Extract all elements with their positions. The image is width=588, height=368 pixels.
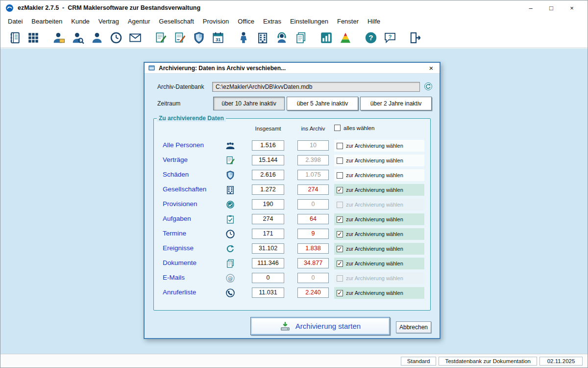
exit-icon [409,31,422,44]
toolbar-group [51,30,143,46]
ins-archiv-value: 64 [297,214,329,224]
toolbar-journal-button[interactable] [6,30,22,46]
zu-archivierende-daten-group: Zu archivierende Daten Insgesamt ins Arc… [153,118,431,311]
window-controls: – □ × [527,4,583,12]
zur-archivierung-checkbox[interactable]: ✓zur Archivierung wählen [334,213,424,225]
checkbox-box [337,202,343,208]
toolbar-chart-button[interactable] [318,30,334,46]
zeitraum-2-jahre-button[interactable]: über 2 Jahre inaktiv [360,97,432,110]
toolbar-contract-sign-button[interactable] [172,30,188,46]
toolbar-person-headset-button[interactable] [274,30,290,46]
menu-item-einstellungen[interactable]: Einstellungen [286,16,333,26]
ins-archiv-value: 2.240 [297,288,329,298]
toolbar-documents-button[interactable] [293,30,309,46]
svg-text:?: ? [389,33,392,39]
menu-item-bearbeiten[interactable]: Bearbeiten [27,16,67,26]
toolbar-shield-button[interactable] [191,30,207,46]
close-button[interactable]: × [568,4,576,12]
group-title: Zu archivierende Daten [157,115,226,122]
toolbar-pyramid-button[interactable] [338,30,353,46]
archiv-db-input[interactable] [212,82,420,92]
building-icon [256,31,269,44]
menu-item-gesellschaft[interactable]: Gesellschaft [154,16,198,26]
toolbar-help-button[interactable]: ? [363,30,379,46]
toolbar: 31?? [0,27,588,48]
archive-row-dokumente: Dokumente111.34634.877✓zur Archivierung … [154,256,430,271]
zur-archivierung-checkbox[interactable]: zur Archivierung wählen [334,140,424,152]
person-search-icon [72,31,84,44]
row-label: E-Mails [163,274,185,281]
archive-row-termine: Termine1719✓zur Archivierung wählen [154,227,430,241]
insgesamt-value: 171 [252,229,284,239]
menu-item-vertrag[interactable]: Vertrag [94,16,123,26]
reload-db-icon[interactable] [424,82,433,91]
menu-item-fenster[interactable]: Fenster [333,16,363,26]
alles-waehlen-checkbox[interactable]: alles wählen [334,125,374,131]
toolbar-calendar-button[interactable]: 31 [210,30,226,46]
toolbar-group [318,30,353,46]
menu-item-hilfe[interactable]: Hilfe [363,16,385,26]
menu-item-extras[interactable]: Extras [259,16,286,26]
insgesamt-value: 11.031 [252,288,284,298]
menu-item-office[interactable]: Office [233,16,259,26]
contract-sign-icon [173,31,186,44]
menu-item-agentur[interactable]: Agentur [123,16,155,26]
refresh-icon [225,244,235,254]
toolbar-clock-button[interactable] [108,30,124,46]
insgesamt-header: Insgesamt [252,126,284,131]
zur-archivierung-checkbox[interactable]: zur Archivierung wählen [334,169,424,181]
insgesamt-value: 1.272 [252,184,284,195]
checkbox-label: zur Archivierung wählen [346,216,403,222]
archive-dialog: Archivierung: Daten ins Archiv verschieb… [144,62,441,339]
cancel-button[interactable]: Abbrechen [396,321,431,333]
archive-row-anruferliste: Anruferliste11.0312.240✓zur Archivierung… [154,286,430,300]
zur-archivierung-checkbox: zur Archivierung wählen [334,199,424,210]
insgesamt-value: 274 [252,214,284,224]
toolbar-exit-button[interactable] [408,30,423,46]
minimize-button[interactable]: – [527,4,535,12]
row-label: Anruferliste [163,289,196,296]
contract-icon [225,156,235,165]
zeitraum-5-jahre-button[interactable]: über 5 Jahre inaktiv [287,97,358,110]
badge-check-icon [225,200,235,210]
zur-archivierung-checkbox[interactable]: ✓zur Archivierung wählen [334,258,424,269]
maximize-button[interactable]: □ [547,4,555,12]
menu-item-datei[interactable]: Datei [3,16,27,26]
main-area: Archivierung: Daten ins Archiv verschieb… [0,49,588,354]
zur-archivierung-checkbox[interactable]: ✓zur Archivierung wählen [334,184,424,196]
toolbar-person-card-button[interactable] [51,30,67,46]
clock-icon [225,229,235,239]
toolbar-person-standing-button[interactable] [236,30,251,46]
documents-icon [294,31,307,44]
status-profile: Standard [401,357,437,366]
at-icon: @ [225,273,235,283]
zeitraum-10-jahre-button[interactable]: über 10 Jahre inaktiv [213,97,285,110]
toolbar-mail-button[interactable] [127,30,143,46]
toolbar-building-button[interactable] [255,30,270,46]
menu-item-provision[interactable]: Provision [198,16,233,26]
menu-item-kunde[interactable]: Kunde [67,16,94,26]
svg-text:?: ? [368,33,373,42]
checkbox-label: zur Archivierung wählen [346,187,403,193]
start-archiving-button[interactable]: Archivierung starten [250,317,390,335]
zur-archivierung-checkbox[interactable]: ✓zur Archivierung wählen [334,228,424,240]
toolbar-person-search-button[interactable] [70,30,86,46]
archive-row-ereignisse: Ereignisse31.1021.838✓zur Archivierung w… [154,241,430,256]
zur-archivierung-checkbox[interactable]: zur Archivierung wählen [334,155,424,166]
ins-archiv-value: 1.075 [297,170,329,180]
row-label: Gesellschaften [163,185,206,193]
person-standing-icon [237,31,250,44]
building-icon [225,185,235,195]
toolbar-contract-edit-button[interactable] [153,30,169,46]
archive-row-alle-personen: Alle Personen1.51610zur Archivierung wäh… [154,138,430,153]
zur-archivierung-checkbox[interactable]: ✓zur Archivierung wählen [334,243,424,255]
row-label: Aufgaben [163,215,191,222]
start-archiving-label: Archivierung starten [295,322,361,330]
checkbox-label: zur Archivierung wählen [346,158,403,163]
toolbar-feedback-button[interactable]: ? [382,30,398,46]
app-logo-icon [5,4,14,12]
toolbar-person-button[interactable] [89,30,105,46]
dialog-close-button[interactable]: × [426,64,436,72]
toolbar-grid-button[interactable] [25,30,41,46]
zur-archivierung-checkbox[interactable]: ✓zur Archivierung wählen [334,287,424,299]
